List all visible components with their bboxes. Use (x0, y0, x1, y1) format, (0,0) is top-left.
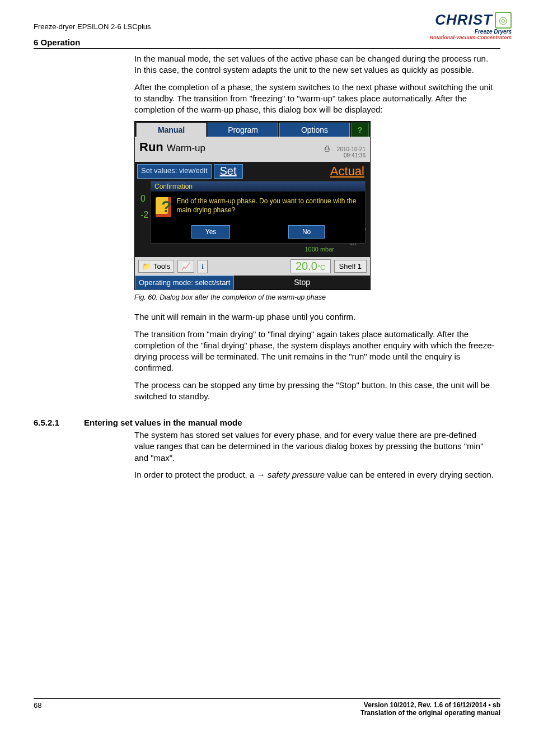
confirmation-modal: Confirmation End of the warm-up phase. D… (151, 181, 366, 244)
paragraph-4: The transition from "main drying" to "fi… (134, 329, 495, 374)
paragraph-5: The process can be stopped any time by p… (134, 380, 495, 403)
run-row: Run Warm-up ⎙ 2010-10-2109:41:36 (135, 137, 370, 162)
paragraph-3: The unit will remain in the warm-up phas… (134, 311, 495, 323)
divider (34, 48, 500, 49)
tab-help[interactable]: ? (351, 123, 369, 137)
set-values-button[interactable]: Set values: view/edit (137, 164, 212, 179)
modal-text: End of the warm-up phase. Do you want to… (177, 197, 360, 214)
arrow-icon: → (256, 470, 265, 479)
folder-icon: 📁 (142, 262, 151, 270)
info-button[interactable]: i (198, 260, 208, 273)
tab-bar: Manual Program Options ? (135, 122, 370, 137)
version-line: Version 10/2012, Rev. 1.6 of 16/12/2014 … (360, 701, 500, 709)
figure-caption: Fig. 60: Dialog box after the completion… (134, 293, 495, 301)
stop-button[interactable]: Stop (234, 276, 370, 290)
run-label: Run (139, 140, 163, 155)
shelf-selector[interactable]: Shelf 1 (334, 260, 367, 273)
run-phase: Warm-up (167, 143, 205, 154)
no-button[interactable]: No (288, 225, 325, 239)
chart-icon: 📈 (181, 262, 190, 270)
tools-button[interactable]: 📁 Tools (138, 260, 174, 273)
info-icon: i (202, 262, 204, 271)
paragraph-2: After the completion of a phase, the sys… (134, 82, 495, 116)
mid-panel: Set values: view/edit Set Actual 0 -2 me… (135, 162, 370, 257)
set-column-header: Set (214, 164, 243, 179)
tab-options[interactable]: Options (279, 123, 350, 137)
logo-sub1: Freeze Dryers (430, 29, 512, 35)
paragraph-1: In the manual mode, the set values of th… (134, 53, 495, 76)
page-footer: 68 Version 10/2012, Rev. 1.6 of 16/12/20… (34, 698, 500, 717)
temperature-readout: 20.0°C (291, 259, 331, 273)
yes-button[interactable]: Yes (191, 225, 231, 239)
datetime: 2010-10-2109:41:36 (337, 146, 366, 158)
brand-logo: CHRIST ◎ Freeze Dryers Rotational-Vacuum… (430, 11, 512, 40)
translation-line: Translation of the original operating ma… (360, 709, 500, 717)
printer-icon[interactable]: ⎙ (325, 144, 329, 153)
mbar-readout: 1000 mbar (137, 246, 368, 255)
tools-row: 📁 Tools 📈 i 20.0°C Shelf 1 (135, 257, 370, 276)
actual-column-header: Actual (330, 164, 368, 179)
logo-text: CHRIST (435, 11, 493, 29)
modal-title: Confirmation (151, 181, 365, 192)
subsection-p1: The system has stored set values for eve… (134, 430, 495, 464)
page-number: 68 (34, 701, 41, 717)
chart-button[interactable]: 📈 (177, 260, 194, 273)
subsection-title: Entering set values in the manual mode (84, 418, 500, 427)
question-icon (156, 197, 171, 217)
subsection-number: 6.5.2.1 (34, 418, 67, 486)
tab-program[interactable]: Program (208, 123, 278, 137)
left-scale: 0 -2 (140, 191, 148, 223)
tab-manual[interactable]: Manual (136, 123, 207, 137)
subsection-p2: In order to protect the product, a → saf… (134, 469, 495, 480)
dialog-screenshot: Manual Program Options ? Run Warm-up ⎙ 2… (134, 121, 371, 290)
operating-mode-button[interactable]: Operating mode: select/start (135, 276, 234, 290)
logo-sub2: Rotational-Vacuum-Concentrators (430, 35, 512, 40)
logo-swirl-icon: ◎ (495, 12, 512, 29)
